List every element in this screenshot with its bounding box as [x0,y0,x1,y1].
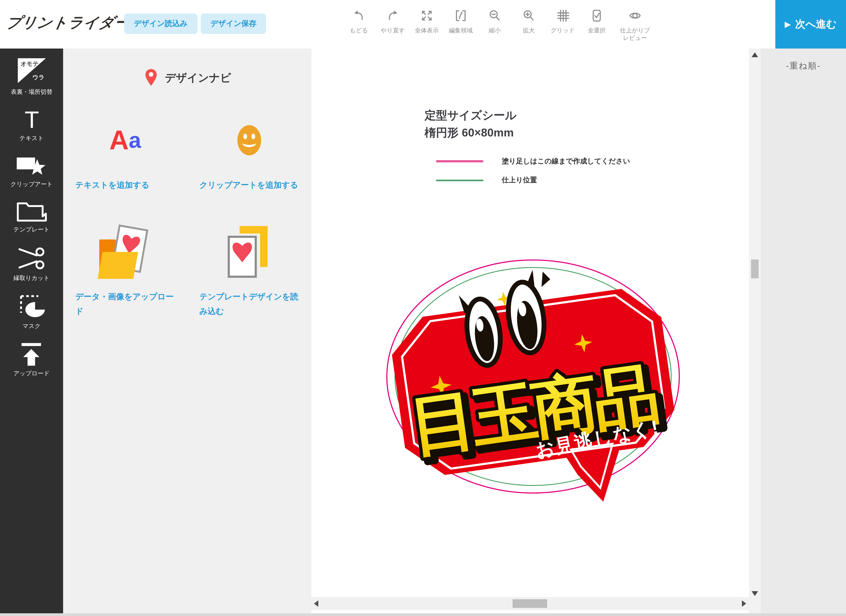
front-back-toggle-icon: オモテ ウラ [16,57,47,85]
preview-eye-icon [628,6,642,25]
sidebar-item-outline-cut[interactable]: 縁取りカット [13,245,50,281]
vertical-scrollbar[interactable] [749,48,761,613]
zoom-out-icon [488,6,502,25]
app-logo: プリントライダー [5,13,131,32]
finish-preview-button[interactable]: 仕上がりプレビュー [618,6,652,42]
zoom-in-button[interactable]: 拡大 [516,6,541,34]
add-clipart-card[interactable]: クリップアートを追加する [187,110,311,192]
design-canvas[interactable]: 定型サイズシール 楕円形 60×80mm 塗り足しはこの線まで作成してください … [311,48,749,613]
svg-text:オモテ: オモテ [20,60,38,67]
next-step-label: 次へ進む [795,17,837,31]
design-save-button[interactable]: デザイン保存 [201,13,266,34]
text-icon: T [19,108,45,132]
horizontal-scrollbar[interactable] [311,597,749,610]
top-toolbar: プリントライダー デザイン読込み デザイン保存 もどる やり直す 全体表示 [0,0,846,48]
location-pin-icon [143,68,159,87]
edit-area-button[interactable]: 編集領域 [448,6,473,34]
play-icon: ▶ [785,19,791,29]
mask-icon [16,293,47,320]
clipart-star-icon [16,154,47,177]
sidebar-item-text[interactable]: T テキスト [19,108,45,142]
main-content: オモテ ウラ 表裏・場所切替 T テキスト クリップアート [0,48,846,613]
scroll-right-arrow[interactable] [742,600,746,607]
svg-text:ウラ: ウラ [32,74,44,81]
design-load-button[interactable]: デザイン読込み [124,13,197,34]
add-text-card[interactable]: Aa テキストを追加する [63,110,187,192]
sidebar-item-clipart[interactable]: クリップアート [10,154,53,188]
grid-icon [556,6,570,25]
zoom-out-button[interactable]: 縮小 [482,6,507,34]
select-all-button[interactable]: 全選択 [584,6,609,34]
sidebar-item-front-back[interactable]: オモテ ウラ 表裏・場所切替 [11,57,53,95]
vertical-scroll-thumb[interactable] [751,260,759,278]
design-navi-header: デザインナビ [63,68,311,87]
undo-button[interactable]: もどる [347,6,371,34]
upload-data-card[interactable]: データ・画像をアップロード [63,222,187,318]
design-navi-panel: デザインナビ Aa テキストを追加する [63,48,311,613]
load-template-card[interactable]: テンプレートデザインを読み込む [187,222,311,318]
svg-text:T: T [24,108,39,132]
fit-view-button[interactable]: 全体表示 [414,6,439,34]
fit-view-icon [420,6,434,25]
edit-area-icon [454,6,468,25]
scroll-up-arrow[interactable] [752,52,758,57]
layer-order-title: -重ね順- [761,60,846,72]
zoom-in-icon [522,6,536,25]
upload-icon [17,342,46,367]
text-aa-icon: Aa [109,110,141,170]
scissors-icon [17,245,46,271]
select-all-icon [590,6,604,25]
scroll-down-arrow[interactable] [752,591,758,596]
sidebar-item-template[interactable]: テンプレート [13,200,50,233]
sidebar-item-mask[interactable]: マスク [16,293,47,330]
sticker-design-object[interactable]: 目玉商品 目玉商品 お見逃しなく! [311,48,749,597]
left-sidebar: オモテ ウラ 表裏・場所切替 T テキスト クリップアート [0,48,63,613]
next-step-button[interactable]: ▶ 次へ進む [776,0,846,48]
grid-button[interactable]: グリッド [550,6,575,34]
redo-icon [386,6,400,25]
horizontal-scroll-thumb[interactable] [513,599,547,608]
layer-order-panel: -重ね順- [761,48,846,613]
redo-button[interactable]: やり直す [380,6,405,34]
template-card-icon [223,222,275,282]
sticker-artwork[interactable]: 目玉商品 目玉商品 お見逃しなく! [383,253,686,528]
smiley-face-icon [235,110,263,170]
bottom-strip [0,613,846,616]
design-navi-title: デザインナビ [165,70,231,85]
design-navi-grid: Aa テキストを追加する クリップアートを追加する [63,110,311,318]
folder-image-icon [94,222,157,282]
app-window: プリントライダー デザイン読込み デザイン保存 もどる やり直す 全体表示 [0,0,846,616]
scroll-left-arrow[interactable] [314,600,318,607]
canvas-toolbar: もどる やり直す 全体表示 編集領域 [347,6,652,42]
undo-icon [352,6,366,25]
sidebar-item-upload[interactable]: アップロード [13,342,50,377]
folder-icon [16,200,47,223]
